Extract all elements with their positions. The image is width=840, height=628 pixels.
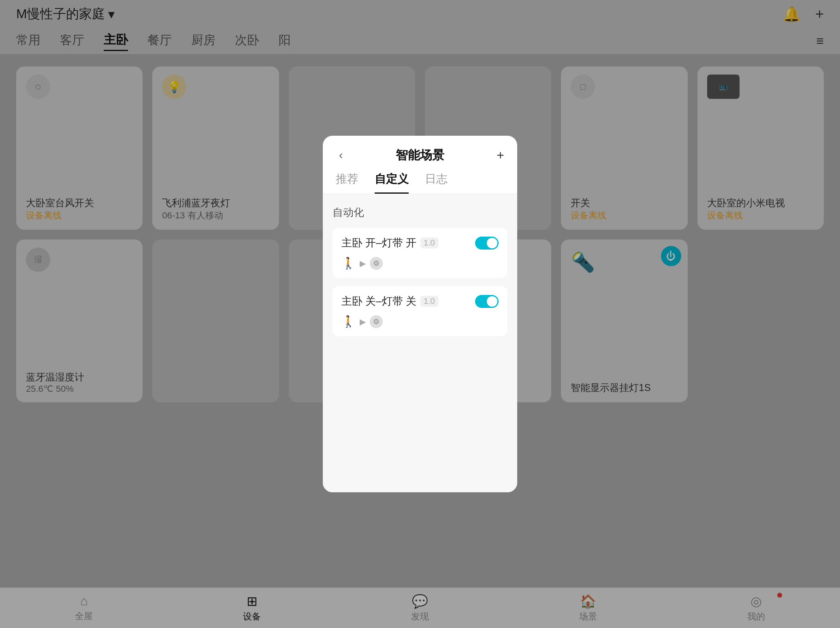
modal-title: 智能场景 xyxy=(396,147,444,164)
person-sensor-icon-1: 🚶 xyxy=(341,256,356,270)
section-title-automation: 自动化 xyxy=(333,205,507,220)
automation-card-1[interactable]: 主卧 开–灯带 开 1.0 🚶 ▶ ⚙ xyxy=(333,228,507,278)
person-sensor-icon-2: 🚶 xyxy=(341,315,356,328)
modal-overlay: ‹ 智能场景 + 推荐 自定义 日志 自动化 主卧 开–灯带 开 1.0 xyxy=(0,0,840,628)
automation-name-2: 主卧 关–灯带 关 xyxy=(341,294,416,308)
modal-tab-recommend[interactable]: 推荐 xyxy=(336,171,358,194)
modal-tab-log[interactable]: 日志 xyxy=(425,171,448,194)
smart-scene-modal: ‹ 智能场景 + 推荐 自定义 日志 自动化 主卧 开–灯带 开 1.0 xyxy=(323,136,517,492)
modal-tabs: 推荐 自定义 日志 xyxy=(323,170,517,194)
modal-add-button[interactable]: + xyxy=(497,148,504,163)
automation-toggle-1[interactable] xyxy=(475,237,499,250)
automation-header-2: 主卧 关–灯带 关 1.0 xyxy=(341,294,499,308)
automation-card-2[interactable]: 主卧 关–灯带 关 1.0 🚶 ▶ ⚙ xyxy=(333,286,507,336)
automation-icons-2: 🚶 ▶ ⚙ xyxy=(341,315,499,328)
automation-icons-1: 🚶 ▶ ⚙ xyxy=(341,256,499,270)
automation-name-row-1: 主卧 开–灯带 开 1.0 xyxy=(341,236,438,250)
arrow-icon-1: ▶ xyxy=(360,258,366,268)
arrow-icon-2: ▶ xyxy=(360,317,366,327)
automation-header-1: 主卧 开–灯带 开 1.0 xyxy=(341,236,499,250)
modal-back-button[interactable]: ‹ xyxy=(336,147,346,163)
modal-header: ‹ 智能场景 + xyxy=(323,136,517,170)
automation-name-row-2: 主卧 关–灯带 关 1.0 xyxy=(341,294,438,308)
gear-icon-1: ⚙ xyxy=(370,257,383,270)
automation-name-1: 主卧 开–灯带 开 xyxy=(341,236,416,250)
automation-toggle-2[interactable] xyxy=(475,295,499,308)
modal-body: 自动化 主卧 开–灯带 开 1.0 🚶 ▶ ⚙ xyxy=(323,194,517,492)
gear-icon-2: ⚙ xyxy=(370,315,383,328)
modal-tab-custom[interactable]: 自定义 xyxy=(375,171,409,194)
automation-badge-1: 1.0 xyxy=(420,237,438,248)
automation-badge-2: 1.0 xyxy=(420,296,438,307)
